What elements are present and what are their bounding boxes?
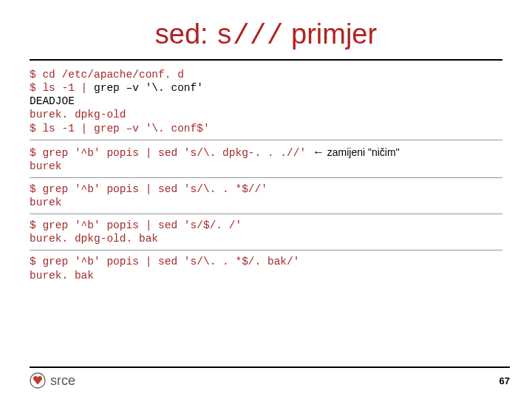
code-block-3: $ grep '^b' popis | sed 's/\. . *$//' bu… (30, 183, 502, 209)
cmd-ls-grep-a: $ ls -1 | (30, 82, 94, 94)
footer: srce 67 (30, 366, 510, 389)
code-block-2: $ grep '^b' popis | sed 's/\. dpkg-. . .… (30, 145, 502, 173)
cmd-grep-sed-3: $ grep '^b' popis | sed 's/$/. /' (30, 219, 242, 231)
sep-4 (30, 250, 502, 250)
cmd-grep-sed-4: $ grep '^b' popis | sed 's/\. . *$/. bak… (30, 256, 299, 267)
srce-logo-icon (30, 372, 46, 389)
brand: srce (30, 372, 75, 389)
title-text-1: sed: (155, 18, 216, 50)
sep-3 (30, 214, 502, 214)
out-burek-bak: burek. bak (30, 270, 94, 282)
out-burek-old: burek. dpkg-old (30, 109, 126, 120)
title-mono: s/// (216, 20, 283, 52)
footer-row: srce 67 (30, 372, 510, 389)
cmd-ls-grep-b: grep –v '\. conf' (94, 82, 203, 94)
title-rule (30, 59, 502, 61)
out-burek-2: burek (30, 197, 62, 208)
annotation-zamijeni: zamijeni "ničim" (324, 146, 400, 158)
page-number: 67 (499, 375, 510, 386)
sep-2 (30, 177, 502, 178)
cmd-grep-sed-2: $ grep '^b' popis | sed 's/\. . *$//' (30, 183, 267, 195)
footer-rule (30, 366, 510, 368)
code-block-5: $ grep '^b' popis | sed 's/\. . *$/. bak… (30, 255, 502, 282)
code-block-4: $ grep '^b' popis | sed 's/$/. /' burek.… (30, 219, 502, 245)
code-block-1: $ cd /etc/apache/conf. d $ ls -1 | grep … (30, 68, 502, 135)
cmd-grep-sed-1: $ grep '^b' popis | sed 's/\. dpkg-. . .… (30, 147, 313, 159)
title-text-2: primjer (283, 18, 377, 50)
slide: sed: s/// primjer $ cd /etc/apache/conf.… (0, 0, 532, 399)
slide-title: sed: s/// primjer (30, 18, 502, 52)
out-burek-1: burek (30, 160, 62, 172)
sep-1 (30, 140, 502, 140)
brand-text: srce (50, 373, 75, 389)
cmd-cd: $ cd /etc/apache/conf. d (30, 69, 184, 81)
out-burek-bak-full: burek. dpkg-old. bak (30, 233, 158, 245)
out-deadjoe: DEADJOE (30, 95, 75, 107)
cmd-ls-grep2: $ ls -1 | grep –v '\. conf$' (30, 123, 210, 134)
arrow-icon: ← (313, 146, 324, 158)
